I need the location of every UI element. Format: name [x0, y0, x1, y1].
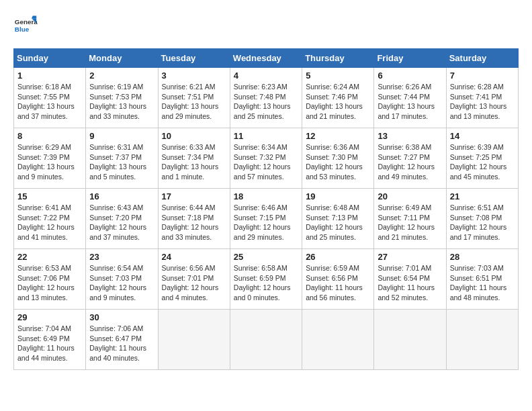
day-cell: 8Sunrise: 6:29 AM Sunset: 7:39 PM Daylig… [14, 128, 86, 189]
logo: General Blue [13, 13, 40, 38]
day-info: Sunrise: 6:36 AM Sunset: 7:30 PM Dayligh… [306, 142, 370, 182]
day-info: Sunrise: 6:23 AM Sunset: 7:48 PM Dayligh… [234, 82, 298, 122]
week-row-4: 22Sunrise: 6:53 AM Sunset: 7:06 PM Dayli… [14, 249, 519, 310]
day-info: Sunrise: 6:49 AM Sunset: 7:11 PM Dayligh… [378, 203, 442, 242]
day-info: Sunrise: 6:18 AM Sunset: 7:55 PM Dayligh… [17, 82, 82, 122]
logo-icon: General Blue [13, 13, 38, 38]
week-row-1: 1Sunrise: 6:18 AM Sunset: 7:55 PM Daylig… [14, 68, 519, 128]
day-info: Sunrise: 6:43 AM Sunset: 7:20 PM Dayligh… [89, 203, 154, 242]
day-number: 14 [450, 131, 515, 141]
day-number: 21 [450, 191, 515, 201]
col-header-wednesday: Wednesday [230, 49, 302, 68]
day-number: 5 [306, 71, 370, 81]
day-number: 6 [378, 71, 442, 81]
day-number: 28 [450, 252, 515, 262]
day-number: 18 [234, 191, 298, 201]
day-info: Sunrise: 6:33 AM Sunset: 7:34 PM Dayligh… [162, 142, 226, 182]
day-cell: 2Sunrise: 6:19 AM Sunset: 7:53 PM Daylig… [86, 68, 158, 128]
day-info: Sunrise: 6:51 AM Sunset: 7:08 PM Dayligh… [450, 203, 515, 242]
day-number: 10 [162, 131, 226, 141]
day-cell: 30Sunrise: 7:06 AM Sunset: 6:47 PM Dayli… [86, 310, 158, 370]
day-cell [302, 310, 374, 370]
day-info: Sunrise: 7:01 AM Sunset: 6:54 PM Dayligh… [378, 263, 442, 303]
day-cell: 13Sunrise: 6:38 AM Sunset: 7:27 PM Dayli… [374, 128, 446, 189]
day-info: Sunrise: 7:06 AM Sunset: 6:47 PM Dayligh… [89, 324, 154, 363]
day-cell: 12Sunrise: 6:36 AM Sunset: 7:30 PM Dayli… [302, 128, 374, 189]
day-info: Sunrise: 6:53 AM Sunset: 7:06 PM Dayligh… [17, 263, 82, 303]
day-cell: 26Sunrise: 6:59 AM Sunset: 6:56 PM Dayli… [302, 249, 374, 310]
day-info: Sunrise: 6:34 AM Sunset: 7:32 PM Dayligh… [234, 142, 298, 182]
week-row-5: 29Sunrise: 7:04 AM Sunset: 6:49 PM Dayli… [14, 310, 519, 370]
day-number: 7 [450, 71, 515, 81]
day-number: 13 [378, 131, 442, 141]
day-cell: 4Sunrise: 6:23 AM Sunset: 7:48 PM Daylig… [230, 68, 302, 128]
day-info: Sunrise: 6:19 AM Sunset: 7:53 PM Dayligh… [89, 82, 154, 122]
day-number: 30 [89, 312, 154, 322]
calendar-table: SundayMondayTuesdayWednesdayThursdayFrid… [13, 48, 519, 370]
day-number: 26 [306, 252, 370, 262]
day-info: Sunrise: 6:28 AM Sunset: 7:41 PM Dayligh… [450, 82, 515, 122]
day-info: Sunrise: 6:44 AM Sunset: 7:18 PM Dayligh… [162, 203, 226, 242]
day-info: Sunrise: 6:26 AM Sunset: 7:44 PM Dayligh… [378, 82, 442, 122]
day-info: Sunrise: 6:41 AM Sunset: 7:22 PM Dayligh… [17, 203, 82, 242]
day-info: Sunrise: 6:39 AM Sunset: 7:25 PM Dayligh… [450, 142, 515, 182]
day-cell [230, 310, 302, 370]
day-info: Sunrise: 7:04 AM Sunset: 6:49 PM Dayligh… [17, 324, 82, 363]
day-info: Sunrise: 6:48 AM Sunset: 7:13 PM Dayligh… [306, 203, 370, 242]
day-number: 15 [17, 191, 82, 201]
day-cell [158, 310, 230, 370]
day-number: 4 [234, 71, 298, 81]
day-cell: 16Sunrise: 6:43 AM Sunset: 7:20 PM Dayli… [86, 189, 158, 249]
day-cell: 29Sunrise: 7:04 AM Sunset: 6:49 PM Dayli… [14, 310, 86, 370]
page-header: General Blue [13, 13, 519, 38]
day-info: Sunrise: 6:58 AM Sunset: 6:59 PM Dayligh… [234, 263, 298, 303]
col-header-friday: Friday [374, 49, 446, 68]
day-number: 17 [162, 191, 226, 201]
day-info: Sunrise: 6:54 AM Sunset: 7:03 PM Dayligh… [89, 263, 154, 303]
day-number: 20 [378, 191, 442, 201]
day-cell: 20Sunrise: 6:49 AM Sunset: 7:11 PM Dayli… [374, 189, 446, 249]
day-number: 24 [162, 252, 226, 262]
day-info: Sunrise: 6:59 AM Sunset: 6:56 PM Dayligh… [306, 263, 370, 303]
day-cell: 9Sunrise: 6:31 AM Sunset: 7:37 PM Daylig… [86, 128, 158, 189]
day-number: 19 [306, 191, 370, 201]
day-number: 23 [89, 252, 154, 262]
day-cell: 1Sunrise: 6:18 AM Sunset: 7:55 PM Daylig… [14, 68, 86, 128]
day-cell: 5Sunrise: 6:24 AM Sunset: 7:46 PM Daylig… [302, 68, 374, 128]
day-number: 12 [306, 131, 370, 141]
day-cell: 17Sunrise: 6:44 AM Sunset: 7:18 PM Dayli… [158, 189, 230, 249]
day-number: 1 [17, 71, 82, 81]
day-info: Sunrise: 6:24 AM Sunset: 7:46 PM Dayligh… [306, 82, 370, 122]
day-cell: 22Sunrise: 6:53 AM Sunset: 7:06 PM Dayli… [14, 249, 86, 310]
day-cell: 25Sunrise: 6:58 AM Sunset: 6:59 PM Dayli… [230, 249, 302, 310]
day-number: 3 [162, 71, 226, 81]
day-cell: 7Sunrise: 6:28 AM Sunset: 7:41 PM Daylig… [446, 68, 518, 128]
day-number: 16 [89, 191, 154, 201]
day-info: Sunrise: 6:46 AM Sunset: 7:15 PM Dayligh… [234, 203, 298, 242]
day-number: 25 [234, 252, 298, 262]
day-cell: 6Sunrise: 6:26 AM Sunset: 7:44 PM Daylig… [374, 68, 446, 128]
col-header-monday: Monday [86, 49, 158, 68]
day-cell: 24Sunrise: 6:56 AM Sunset: 7:01 PM Dayli… [158, 249, 230, 310]
day-cell: 27Sunrise: 7:01 AM Sunset: 6:54 PM Dayli… [374, 249, 446, 310]
day-cell: 21Sunrise: 6:51 AM Sunset: 7:08 PM Dayli… [446, 189, 518, 249]
day-number: 11 [234, 131, 298, 141]
day-info: Sunrise: 6:21 AM Sunset: 7:51 PM Dayligh… [162, 82, 226, 122]
day-cell: 3Sunrise: 6:21 AM Sunset: 7:51 PM Daylig… [158, 68, 230, 128]
week-row-2: 8Sunrise: 6:29 AM Sunset: 7:39 PM Daylig… [14, 128, 519, 189]
day-number: 27 [378, 252, 442, 262]
day-number: 9 [89, 131, 154, 141]
week-row-3: 15Sunrise: 6:41 AM Sunset: 7:22 PM Dayli… [14, 189, 519, 249]
day-info: Sunrise: 6:29 AM Sunset: 7:39 PM Dayligh… [17, 142, 82, 182]
day-cell: 15Sunrise: 6:41 AM Sunset: 7:22 PM Dayli… [14, 189, 86, 249]
day-cell: 14Sunrise: 6:39 AM Sunset: 7:25 PM Dayli… [446, 128, 518, 189]
col-header-sunday: Sunday [14, 49, 86, 68]
svg-text:Blue: Blue [15, 26, 30, 33]
day-number: 29 [17, 312, 82, 322]
day-info: Sunrise: 6:31 AM Sunset: 7:37 PM Dayligh… [89, 142, 154, 182]
day-info: Sunrise: 6:38 AM Sunset: 7:27 PM Dayligh… [378, 142, 442, 182]
day-cell: 11Sunrise: 6:34 AM Sunset: 7:32 PM Dayli… [230, 128, 302, 189]
header-row: SundayMondayTuesdayWednesdayThursdayFrid… [14, 49, 519, 68]
day-cell [446, 310, 518, 370]
day-info: Sunrise: 7:03 AM Sunset: 6:51 PM Dayligh… [450, 263, 515, 303]
